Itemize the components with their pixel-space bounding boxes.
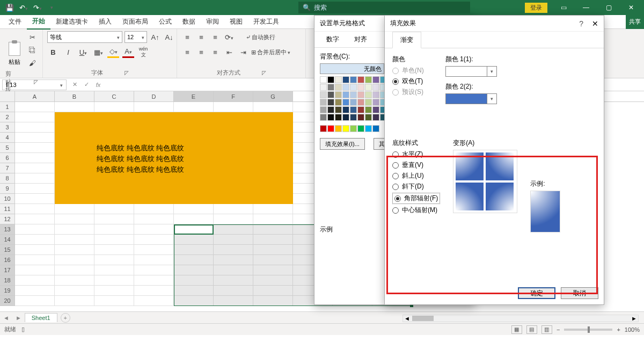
cell[interactable] — [55, 204, 94, 214]
variant-option[interactable] — [456, 152, 484, 180]
color-swatch[interactable] — [335, 99, 342, 106]
cell[interactable] — [15, 214, 55, 224]
cell[interactable] — [134, 296, 174, 306]
color-swatch[interactable] — [335, 106, 342, 113]
tab-insert[interactable]: 插入 — [93, 14, 117, 29]
cell[interactable] — [94, 255, 134, 265]
cell[interactable] — [55, 245, 94, 255]
color-swatch[interactable] — [357, 125, 364, 132]
cell[interactable] — [94, 224, 134, 235]
cell[interactable] — [15, 122, 55, 133]
cell[interactable] — [55, 224, 94, 235]
row-header[interactable]: 7 — [0, 163, 15, 173]
view-pagebreak-icon[interactable]: ▥ — [541, 325, 552, 334]
zoom-level[interactable]: 100% — [625, 326, 640, 333]
align-bottom-icon[interactable]: ≡ — [209, 31, 221, 43]
close-icon[interactable]: ✕ — [620, 0, 642, 15]
search-box[interactable]: 🔍 搜索 — [298, 2, 470, 13]
cell[interactable] — [94, 286, 134, 296]
zoom-out-icon[interactable]: − — [557, 326, 560, 333]
bold-icon[interactable]: B — [47, 46, 59, 58]
sheet-nav-next-icon[interactable]: ► — [12, 315, 25, 321]
row-header[interactable]: 12 — [0, 214, 15, 224]
variant-option[interactable] — [486, 152, 514, 180]
col-header[interactable]: F — [214, 91, 253, 101]
undo-icon[interactable]: ↶ — [17, 2, 30, 13]
cell[interactable] — [55, 265, 94, 275]
cell[interactable] — [55, 296, 94, 306]
row-header[interactable]: 13 — [0, 224, 15, 235]
color-swatch[interactable] — [350, 114, 357, 121]
color-swatch[interactable] — [320, 99, 327, 106]
cell[interactable] — [55, 286, 94, 296]
color-swatch[interactable] — [342, 125, 349, 132]
cell[interactable] — [134, 275, 174, 286]
cut-icon[interactable]: ✂ — [26, 31, 38, 43]
color-swatch[interactable] — [327, 125, 334, 132]
cell[interactable] — [94, 245, 134, 255]
qat-more-icon[interactable] — [45, 2, 58, 13]
tab-review[interactable]: 审阅 — [201, 14, 224, 29]
tab-home[interactable]: 开始 — [27, 14, 50, 30]
select-all-corner[interactable] — [0, 91, 15, 102]
font-size-combo[interactable]: 12 — [125, 31, 147, 43]
row-header[interactable]: 11 — [0, 204, 15, 214]
radio-from-center[interactable]: 中心辐射(M) — [392, 206, 440, 215]
login-button[interactable]: 登录 — [525, 3, 547, 13]
color-swatch[interactable] — [365, 114, 372, 121]
radio-vertical[interactable]: 垂直(V) — [392, 161, 440, 170]
cell[interactable] — [15, 286, 55, 296]
tab-file[interactable]: 文件 — [3, 14, 27, 29]
cell[interactable] — [15, 275, 55, 286]
cell[interactable] — [134, 214, 174, 224]
increase-font-icon[interactable]: A↑ — [149, 31, 161, 43]
cell[interactable] — [94, 102, 134, 112]
color-swatch[interactable] — [335, 114, 342, 121]
cell[interactable] — [134, 204, 174, 214]
color-swatch[interactable] — [350, 125, 357, 132]
cell[interactable] — [15, 112, 55, 122]
cell[interactable] — [253, 102, 293, 112]
view-normal-icon[interactable]: ▦ — [511, 325, 522, 334]
tab-dev[interactable]: 开发工具 — [248, 14, 284, 29]
color-swatch[interactable] — [320, 91, 327, 98]
cell[interactable] — [134, 286, 174, 296]
color-swatch[interactable] — [320, 114, 327, 121]
color2-combo[interactable] — [445, 93, 497, 104]
cell[interactable] — [214, 102, 253, 112]
zoom-in-icon[interactable]: + — [617, 326, 620, 333]
cell[interactable] — [94, 204, 134, 214]
align-right-icon[interactable]: ≡ — [209, 46, 221, 58]
view-layout-icon[interactable]: ▤ — [526, 325, 537, 334]
cell[interactable] — [15, 184, 55, 194]
indent-left-icon[interactable]: ⇤ — [223, 46, 235, 58]
color-swatch[interactable] — [335, 84, 342, 91]
row-header[interactable]: 3 — [0, 122, 15, 133]
cell[interactable] — [15, 194, 55, 204]
color-swatch[interactable] — [320, 125, 327, 132]
color-swatch[interactable] — [327, 91, 334, 98]
cell[interactable] — [15, 143, 55, 153]
tab-layout[interactable]: 页面布局 — [117, 14, 153, 29]
col-header[interactable]: G — [253, 91, 293, 101]
font-color-icon[interactable]: A — [122, 46, 134, 58]
underline-icon[interactable]: U — [77, 46, 89, 58]
phonetic-icon[interactable]: wén文 — [137, 46, 149, 58]
add-sheet-icon[interactable]: + — [61, 313, 70, 323]
cell[interactable] — [55, 255, 94, 265]
color-swatch[interactable] — [335, 125, 342, 132]
row-header[interactable]: 18 — [0, 275, 15, 286]
maximize-icon[interactable]: ▢ — [598, 0, 619, 15]
cell[interactable] — [134, 255, 174, 265]
cell[interactable] — [15, 296, 55, 306]
cell[interactable] — [214, 204, 253, 214]
dlg-tab-number[interactable]: 数字 — [319, 32, 347, 47]
fx-icon[interactable]: fx — [92, 79, 104, 90]
cell[interactable] — [174, 102, 214, 112]
redo-icon[interactable]: ↷ — [31, 2, 44, 13]
col-header[interactable]: E — [174, 91, 214, 101]
ok-button[interactable]: 确定 — [518, 287, 555, 299]
cell[interactable] — [134, 265, 174, 275]
color-swatch[interactable] — [350, 84, 357, 91]
row-header[interactable]: 17 — [0, 265, 15, 275]
